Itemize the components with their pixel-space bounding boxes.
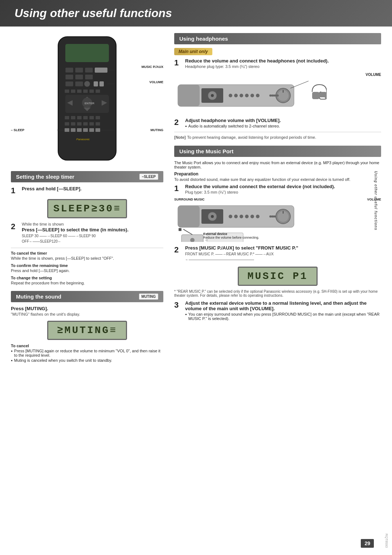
svg-point-76 [234,215,238,218]
svg-rect-13 [99,81,104,86]
music-port-intro: The Music Port allows you to connect and… [174,161,381,169]
left-column: ENTER [11,33,171,368]
svg-rect-89 [179,228,181,231]
headphones-title: Using headphones [179,36,228,42]
muting-cancel-section: To cancel Press [MUTING] again or reduce… [11,344,163,362]
sleep-badge: –SLEEP [139,174,158,180]
svg-rect-19 [95,89,100,93]
sleep-cancel-text: While the time is shown, press [—SLEEP] … [11,256,163,260]
sleep-divider [11,248,163,248]
muting-step1-content: Press [MUTING]. "MUTING" flashes on the … [11,306,163,317]
sleep-change-text: Repeat the procedure from the beginning. [11,281,163,285]
headphones-step2: 2 Adjust headphone volume with [VOLUME].… [174,118,381,129]
prep-title: Preparation [174,171,381,177]
svg-point-56 [234,94,238,97]
sleep-step2-intro: While the time is shown [22,222,163,226]
muting-section: Muting the sound MUTING Press [MUTING]. … [11,291,163,362]
svg-point-55 [229,94,232,97]
prep-text: To avoid distorted sound, make sure that… [174,177,381,182]
sleep-cancel-section: To cancel the timer While the time is sh… [11,251,163,260]
svg-rect-12 [94,81,98,86]
svg-rect-4 [85,68,93,73]
sleep-step2-title: Press [—SLEEP] to select the time (in mi… [22,227,163,232]
svg-rect-14 [65,89,69,93]
svg-point-75 [229,215,232,218]
svg-rect-18 [89,89,94,93]
svg-point-79 [250,215,254,218]
music-port-device-image: SURROUND MUSIC VOLUME [174,198,381,243]
sleep-timer-section: Setting the sleep timer –SLEEP 1 Press a… [11,171,163,285]
music-port-step1: 1 Reduce the volume and connect the exte… [174,184,381,195]
sleep-chain1: SLEEP 30 ——→SLEEP 60 ——→SLEEP 90 [22,234,163,238]
music-port-step1-sub: Plug type: 3.5 mm (¹⁄₈") stereo [185,190,381,195]
muting-step1: Press [MUTING]. "MUTING" flashes on the … [11,306,163,317]
headphones-step1-sub: Headphone plug type: 3.5 mm (¹⁄₈") stere… [185,64,381,69]
headphones-device-image: VOLUME [174,73,381,115]
sleep-cancel-title: To cancel the timer [11,251,163,255]
sleep-change-title: To change the setting [11,276,163,280]
music-port-section: Using the Music Port The Music Port allo… [174,146,381,321]
svg-point-80 [256,215,260,218]
music-port-header: Using the Music Port [174,146,381,157]
svg-rect-44 [95,128,100,132]
svg-rect-17 [83,89,88,93]
svg-point-54 [211,94,214,97]
muting-badge: MUTING [139,293,158,300]
muting-badge-box: MUTING [139,293,158,300]
svg-point-77 [240,215,243,218]
svg-rect-30 [83,116,88,119]
page-header: Using other useful functions [0,0,392,27]
music-port-prep: Preparation To avoid distorted sound, ma… [174,171,381,182]
vertical-text-wrap: Using other useful functions [371,33,381,368]
music-port-step3-content: Adjust the external device volume to a n… [185,300,381,321]
muting-step1-title: Press [MUTING]. [11,306,163,311]
sleep-step2-num: 2 [11,222,19,231]
svg-line-69 [290,81,309,88]
svg-rect-3 [75,68,83,73]
sleep-step1-content: Press and hold [—SLEEP]. [22,186,163,192]
svg-rect-2 [65,68,73,73]
svg-rect-29 [77,116,82,119]
svg-point-68 [277,94,279,97]
svg-rect-38 [95,122,100,126]
sleep-chain2: OFF←——SLEEP120← [22,239,163,243]
svg-rect-71 [178,206,200,227]
vertical-text: Using other useful functions [374,171,378,231]
sleep-confirm-section: To confirm the remaining time Press and … [11,263,163,273]
sleep-step1: 1 Press and hold [—SLEEP]. [11,186,163,195]
svg-rect-43 [89,128,94,132]
remote-svg: ENTER [44,33,131,167]
svg-point-59 [250,94,254,97]
headphones-step2-title: Adjust headphone volume with [VOLUME]. [185,118,381,123]
svg-rect-39 [65,128,69,132]
muting-header: Muting the sound MUTING [11,291,163,302]
svg-rect-32 [95,116,100,119]
device-labels-row: SURROUND MUSIC VOLUME [174,198,381,201]
svg-rect-8 [85,74,93,80]
remote-label-muting: MUTING [151,128,164,132]
svg-rect-16 [77,89,82,93]
note-label: [Note] [174,135,186,139]
muting-cancel-title: To cancel [11,344,163,348]
page-title: Using other useful functions [15,7,377,20]
doc-code: RQT8593 [385,534,388,548]
svg-point-78 [245,215,249,218]
svg-line-92 [183,229,192,235]
svg-rect-41 [77,128,82,132]
svg-rect-1 [65,44,109,62]
svg-rect-28 [71,116,75,119]
muting-cancel-bullet1: Press [MUTING] again or reduce the volum… [11,349,163,357]
svg-point-11 [84,81,90,87]
music-port-title: Using the Music Port [179,148,233,154]
main-unit-badge: Main unit only [174,48,212,55]
music-port-footnote: * "REAR MUSIC P." can be selected only i… [174,289,381,297]
note-text: To prevent hearing damage, avoid listeni… [187,135,316,139]
music-port-chain1: FRONT MUSIC P. ——→REAR MUSIC P.* ——→AUX [185,252,381,256]
svg-rect-36 [83,122,88,126]
ext-device-annotation: External device Reduce the volume before… [203,232,259,239]
music-port-step2-title: Press [MUSIC P./AUX] to select "FRONT MU… [185,245,381,251]
svg-rect-37 [89,122,94,126]
svg-text:ENTER: ENTER [85,102,94,105]
svg-rect-5 [95,68,107,73]
svg-rect-34 [71,122,75,126]
